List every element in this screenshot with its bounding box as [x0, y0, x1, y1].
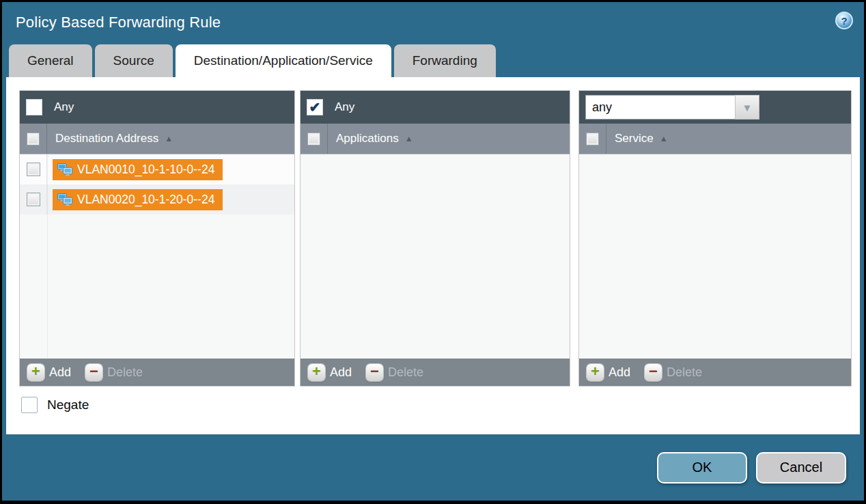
sort-asc-icon[interactable]: ▲	[165, 134, 173, 143]
destination-select-all-checkbox[interactable]	[27, 132, 40, 145]
service-dropdown: ▼	[585, 95, 759, 120]
delete-minus-icon: −	[649, 364, 658, 379]
applications-header-label[interactable]: Applications ▲	[336, 132, 413, 145]
columns-container: Any Destination Address ▲	[19, 90, 860, 387]
add-plus-icon: +	[591, 364, 600, 379]
service-select-all-checkbox[interactable]	[586, 132, 599, 145]
destination-column-header: Destination Address ▲	[20, 124, 294, 154]
destination-row-2-label: VLAN0020_10-1-20-0--24	[77, 193, 214, 207]
service-column: ▼ Service ▲ + Add	[578, 90, 852, 387]
service-delete-button[interactable]: − Delete	[645, 364, 702, 381]
tab-general[interactable]: General	[9, 44, 92, 77]
applications-column: ✔ Any Applications ▲ + Add	[300, 90, 570, 387]
applications-column-header: Applications ▲	[301, 124, 570, 154]
add-plus-icon: +	[31, 364, 40, 379]
destination-delete-button[interactable]: − Delete	[85, 364, 143, 381]
destination-row-1[interactable]: VLAN0010_10-1-10-0--24	[20, 154, 294, 184]
service-dropdown-button[interactable]: ▼	[735, 95, 759, 120]
check-icon: ✔	[309, 99, 321, 115]
destination-list-body: VLAN0010_10-1-10-0--24	[20, 154, 294, 359]
ok-button[interactable]: OK	[657, 452, 747, 484]
destination-row-2-checkbox[interactable]	[27, 193, 40, 206]
applications-any-bar: ✔ Any	[301, 91, 570, 124]
destination-row-1-chip[interactable]: VLAN0010_10-1-10-0--24	[53, 159, 223, 180]
dialog-footer: OK Cancel	[2, 434, 864, 501]
destination-any-checkbox[interactable]	[26, 99, 42, 115]
service-toolbar: + Add − Delete	[579, 359, 851, 386]
tab-destination-application-service[interactable]: Destination/Application/Service	[176, 44, 391, 77]
service-header-label[interactable]: Service ▲	[615, 132, 668, 145]
service-list-body	[579, 154, 851, 359]
destination-row-2[interactable]: VLAN0020_10-1-20-0--24	[20, 184, 294, 214]
tab-content-panel: Any Destination Address ▲	[6, 77, 860, 434]
tab-bar: General Source Destination/Application/S…	[2, 43, 864, 77]
network-address-icon	[57, 163, 72, 176]
destination-row-1-checkbox[interactable]	[27, 163, 40, 176]
service-any-bar: ▼	[579, 91, 851, 124]
destination-toolbar: + Add − Delete	[20, 359, 294, 386]
service-add-button[interactable]: + Add	[587, 364, 630, 381]
dialog-titlebar: Policy Based Forwarding Rule ?	[2, 2, 864, 43]
applications-add-button[interactable]: + Add	[308, 364, 352, 381]
sort-asc-icon[interactable]: ▲	[660, 134, 668, 143]
service-column-header: Service ▲	[579, 124, 851, 154]
tab-source[interactable]: Source	[95, 44, 173, 77]
destination-any-label: Any	[54, 100, 74, 114]
negate-checkbox[interactable]	[21, 397, 38, 413]
applications-any-checkbox[interactable]: ✔	[307, 99, 323, 115]
help-icon[interactable]: ?	[835, 12, 853, 29]
add-plus-icon: +	[312, 364, 321, 379]
applications-any-label: Any	[335, 100, 354, 114]
delete-minus-icon: −	[370, 364, 379, 379]
applications-toolbar: + Add − Delete	[301, 359, 570, 386]
destination-row-2-chip[interactable]: VLAN0020_10-1-20-0--24	[53, 189, 223, 210]
cancel-button[interactable]: Cancel	[756, 452, 846, 484]
applications-list-body	[301, 154, 570, 359]
negate-row: Negate	[21, 397, 860, 413]
destination-any-bar: Any	[20, 91, 294, 124]
destination-header-label[interactable]: Destination Address ▲	[55, 132, 173, 145]
destination-row-1-label: VLAN0010_10-1-10-0--24	[77, 163, 214, 177]
destination-add-button[interactable]: + Add	[27, 364, 71, 381]
policy-based-forwarding-dialog: Policy Based Forwarding Rule ? General S…	[0, 0, 866, 504]
service-dropdown-input[interactable]	[585, 95, 735, 120]
chevron-down-icon: ▼	[742, 102, 753, 113]
delete-minus-icon: −	[89, 364, 98, 379]
negate-label: Negate	[47, 397, 89, 412]
destination-address-column: Any Destination Address ▲	[19, 90, 295, 387]
applications-delete-button[interactable]: − Delete	[366, 364, 423, 381]
applications-select-all-checkbox[interactable]	[307, 132, 320, 145]
dialog-title: Policy Based Forwarding Rule	[16, 14, 221, 31]
tab-forwarding[interactable]: Forwarding	[394, 44, 496, 77]
network-address-icon	[57, 193, 72, 206]
sort-asc-icon[interactable]: ▲	[405, 134, 413, 143]
